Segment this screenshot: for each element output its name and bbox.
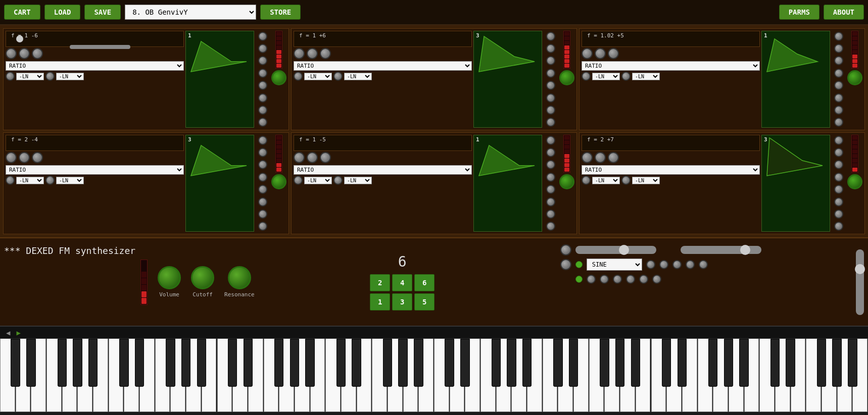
black-key-3-1[interactable] <box>336 339 346 387</box>
algo-btn-4[interactable]: 4 <box>392 274 412 291</box>
op6-mod1-select[interactable]: -LN <box>592 177 620 184</box>
op2-mod1-select[interactable]: -LN <box>304 73 332 80</box>
op6-knob1[interactable] <box>582 152 593 163</box>
op3-env-knob7[interactable] <box>834 106 843 115</box>
op4-env-knob3[interactable] <box>258 160 267 169</box>
op2-env-knob6[interactable] <box>546 93 555 102</box>
op6-env-knob4[interactable] <box>834 173 843 182</box>
black-key-0-4[interactable] <box>58 339 67 387</box>
black-key-5-6[interactable] <box>631 339 640 387</box>
black-key-6-6[interactable] <box>739 339 748 387</box>
black-key-2-6[interactable] <box>305 339 314 387</box>
op5-knob2[interactable] <box>307 152 318 163</box>
op5-env-knob8[interactable] <box>546 222 555 231</box>
lfo-rb-knob3[interactable] <box>613 275 622 284</box>
parms-button[interactable]: PARMS <box>779 5 819 20</box>
load-button[interactable]: LOAD <box>44 5 81 20</box>
lfo-rb-knob6[interactable] <box>652 275 661 284</box>
op1-output-knob[interactable] <box>271 70 286 85</box>
op1-env-knob4[interactable] <box>258 69 267 78</box>
algo-btn-6[interactable]: 6 <box>414 274 435 291</box>
op5-env-knob3[interactable] <box>546 160 555 169</box>
black-key-4-4[interactable] <box>492 339 501 387</box>
op6-knob-sm1[interactable] <box>582 176 591 185</box>
op6-knob3[interactable] <box>608 152 619 163</box>
op1-knob3[interactable] <box>32 48 43 59</box>
black-key-4-6[interactable] <box>522 339 532 387</box>
lfo-rb-knob5[interactable] <box>639 275 648 284</box>
op2-knob1[interactable] <box>294 48 305 59</box>
op2-env-knob4[interactable] <box>546 69 555 78</box>
cart-button[interactable]: CART <box>4 5 40 20</box>
lfo-rt-knob1[interactable] <box>646 260 655 269</box>
black-key-5-5[interactable] <box>615 339 624 387</box>
op1-env-knob2[interactable] <box>258 44 267 53</box>
black-key-4-1[interactable] <box>445 339 454 387</box>
op5-mod2-select[interactable]: -LN <box>344 177 372 184</box>
black-key-7-1[interactable] <box>770 339 780 387</box>
op5-output-knob[interactable] <box>559 174 574 189</box>
op5-env-knob2[interactable] <box>546 148 555 157</box>
black-key-2-5[interactable] <box>290 339 299 387</box>
op5-ratio-select[interactable]: RATIO <box>294 165 472 175</box>
op3-env-knob2[interactable] <box>834 44 843 53</box>
algo-btn-1[interactable]: 1 <box>370 293 390 310</box>
black-key-6-5[interactable] <box>724 339 733 387</box>
black-key-7-6[interactable] <box>848 339 857 387</box>
op3-output-knob[interactable] <box>847 70 862 85</box>
op1-mod2-select[interactable]: -LN <box>56 73 84 80</box>
op5-mod1-select[interactable]: -LN <box>304 177 332 184</box>
op3-knob-sm2[interactable] <box>621 72 631 81</box>
lfo-rt-knob5[interactable] <box>699 260 708 269</box>
op3-env-knob5[interactable] <box>834 81 843 90</box>
black-key-3-4[interactable] <box>383 339 392 387</box>
lfo-rt-knob4[interactable] <box>686 260 695 269</box>
op4-knob2[interactable] <box>19 152 30 163</box>
cutoff-knob[interactable] <box>191 266 214 289</box>
lfo-knob2[interactable] <box>560 259 571 270</box>
op1-env-knob6[interactable] <box>258 93 267 102</box>
op3-mod2-select[interactable]: -LN <box>632 73 660 80</box>
black-key-1-5[interactable] <box>181 339 190 387</box>
op4-env-knob6[interactable] <box>258 197 267 206</box>
op3-env-knob4[interactable] <box>834 69 843 78</box>
black-key-1-2[interactable] <box>135 339 144 387</box>
op4-ratio-select[interactable]: RATIO <box>6 165 184 175</box>
black-key-1-4[interactable] <box>166 339 175 387</box>
lfo-rb-knob4[interactable] <box>626 275 635 284</box>
op6-ratio-select[interactable]: RATIO <box>582 165 760 175</box>
op2-mod2-select[interactable]: -LN <box>344 73 372 80</box>
op2-knob2[interactable] <box>307 48 318 59</box>
black-key-5-1[interactable] <box>553 339 562 387</box>
lfo-rt-knob2[interactable] <box>659 260 668 269</box>
save-button[interactable]: SAVE <box>84 5 121 20</box>
op3-env-knob3[interactable] <box>834 56 843 65</box>
black-key-0-2[interactable] <box>26 339 35 387</box>
op1-ratio-select[interactable]: RATIO <box>6 61 184 71</box>
op6-env-knob7[interactable] <box>834 210 843 219</box>
op2-knob3[interactable] <box>320 48 331 59</box>
black-key-1-6[interactable] <box>197 339 206 387</box>
lfo-slider2[interactable] <box>681 246 761 254</box>
op4-mod1-select[interactable]: -LN <box>16 177 44 184</box>
op4-env-knob1[interactable] <box>258 136 267 145</box>
op4-env-knob2[interactable] <box>258 148 267 157</box>
black-key-2-1[interactable] <box>228 339 237 387</box>
op1-env-knob7[interactable] <box>258 106 267 115</box>
op5-env-knob6[interactable] <box>546 197 555 206</box>
black-key-6-2[interactable] <box>678 339 687 387</box>
black-key-5-4[interactable] <box>600 339 609 387</box>
op1-env-knob8[interactable] <box>258 118 267 127</box>
op6-knob-sm2[interactable] <box>621 176 631 185</box>
op3-ratio-select[interactable]: RATIO <box>582 61 760 71</box>
op6-env-knob3[interactable] <box>834 160 843 169</box>
op4-knob3[interactable] <box>32 152 43 163</box>
op5-knob1[interactable] <box>294 152 305 163</box>
op6-env-knob2[interactable] <box>834 148 843 157</box>
op1-knob1[interactable] <box>6 48 17 59</box>
black-key-2-2[interactable] <box>244 339 253 387</box>
op6-mod2-select[interactable]: -LN <box>632 177 660 184</box>
op3-env-knob1[interactable] <box>834 32 843 41</box>
store-button[interactable]: STORE <box>260 5 301 20</box>
algo-btn-2[interactable]: 2 <box>370 274 390 291</box>
